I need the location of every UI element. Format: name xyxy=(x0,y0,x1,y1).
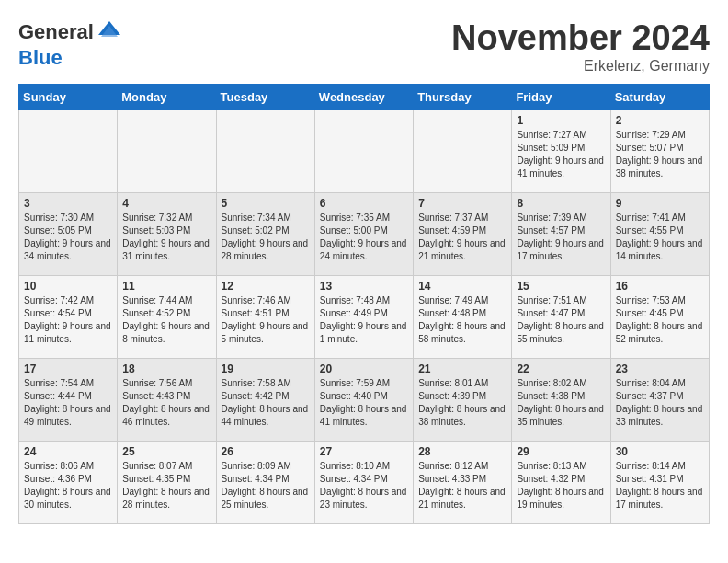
calendar-cell: 28Sunrise: 8:12 AM Sunset: 4:33 PM Dayli… xyxy=(414,442,512,524)
calendar-cell: 29Sunrise: 8:13 AM Sunset: 4:32 PM Dayli… xyxy=(512,442,610,524)
day-info: Sunrise: 7:42 AM Sunset: 4:54 PM Dayligh… xyxy=(24,294,112,346)
calendar-cell: 4Sunrise: 7:32 AM Sunset: 5:03 PM Daylig… xyxy=(118,193,216,276)
calendar-cell: 20Sunrise: 7:59 AM Sunset: 4:40 PM Dayli… xyxy=(314,359,413,442)
calendar-cell: 5Sunrise: 7:34 AM Sunset: 5:02 PM Daylig… xyxy=(216,193,314,276)
day-info: Sunrise: 8:10 AM Sunset: 4:34 PM Dayligh… xyxy=(320,460,408,511)
day-info: Sunrise: 7:27 AM Sunset: 5:09 PM Dayligh… xyxy=(517,129,605,180)
day-info: Sunrise: 8:04 AM Sunset: 4:37 PM Dayligh… xyxy=(616,377,704,429)
calendar-cell: 3Sunrise: 7:30 AM Sunset: 5:05 PM Daylig… xyxy=(19,193,118,276)
page-container: General Blue November 2024 Erkelenz, Ger… xyxy=(0,0,728,534)
col-saturday: Saturday xyxy=(610,85,709,110)
day-info: Sunrise: 7:41 AM Sunset: 4:55 PM Dayligh… xyxy=(616,212,704,263)
calendar-cell: 19Sunrise: 7:58 AM Sunset: 4:42 PM Dayli… xyxy=(216,359,314,442)
day-info: Sunrise: 7:35 AM Sunset: 5:00 PM Dayligh… xyxy=(320,212,408,263)
calendar-week-4: 17Sunrise: 7:54 AM Sunset: 4:44 PM Dayli… xyxy=(19,359,710,442)
day-info: Sunrise: 7:30 AM Sunset: 5:05 PM Dayligh… xyxy=(24,212,112,263)
day-info: Sunrise: 7:49 AM Sunset: 4:48 PM Dayligh… xyxy=(418,294,506,346)
day-info: Sunrise: 8:12 AM Sunset: 4:33 PM Dayligh… xyxy=(418,460,506,511)
calendar-cell: 30Sunrise: 8:14 AM Sunset: 4:31 PM Dayli… xyxy=(610,442,709,524)
day-number: 12 xyxy=(222,280,310,293)
day-info: Sunrise: 7:32 AM Sunset: 5:03 PM Dayligh… xyxy=(122,212,210,263)
day-info: Sunrise: 8:09 AM Sunset: 4:34 PM Dayligh… xyxy=(222,460,310,511)
day-info: Sunrise: 7:29 AM Sunset: 5:07 PM Dayligh… xyxy=(616,129,704,180)
day-number: 30 xyxy=(616,445,704,458)
day-number: 14 xyxy=(418,280,506,293)
day-info: Sunrise: 7:54 AM Sunset: 4:44 PM Dayligh… xyxy=(24,377,112,429)
col-friday: Friday xyxy=(512,85,610,110)
day-number: 26 xyxy=(222,445,310,458)
day-number: 18 xyxy=(122,362,210,375)
day-info: Sunrise: 8:06 AM Sunset: 4:36 PM Dayligh… xyxy=(24,460,112,511)
col-tuesday: Tuesday xyxy=(216,85,314,110)
day-number: 9 xyxy=(616,197,704,210)
day-info: Sunrise: 8:02 AM Sunset: 4:38 PM Dayligh… xyxy=(517,377,605,429)
col-thursday: Thursday xyxy=(414,85,512,110)
calendar-week-5: 24Sunrise: 8:06 AM Sunset: 4:36 PM Dayli… xyxy=(19,442,710,524)
day-info: Sunrise: 7:46 AM Sunset: 4:51 PM Dayligh… xyxy=(222,294,310,346)
calendar-cell: 7Sunrise: 7:37 AM Sunset: 4:59 PM Daylig… xyxy=(414,193,512,276)
day-info: Sunrise: 7:44 AM Sunset: 4:52 PM Dayligh… xyxy=(122,294,210,346)
day-number: 10 xyxy=(24,280,112,293)
calendar-cell: 11Sunrise: 7:44 AM Sunset: 4:52 PM Dayli… xyxy=(118,276,216,359)
day-number: 5 xyxy=(222,197,310,210)
calendar-cell: 9Sunrise: 7:41 AM Sunset: 4:55 PM Daylig… xyxy=(610,193,709,276)
calendar-week-1: 1Sunrise: 7:27 AM Sunset: 5:09 PM Daylig… xyxy=(19,110,710,193)
calendar-cell: 24Sunrise: 8:06 AM Sunset: 4:36 PM Dayli… xyxy=(19,442,118,524)
day-number: 23 xyxy=(616,362,704,375)
day-number: 7 xyxy=(418,197,506,210)
day-info: Sunrise: 8:13 AM Sunset: 4:32 PM Dayligh… xyxy=(517,460,605,511)
logo: General Blue xyxy=(18,18,123,70)
day-info: Sunrise: 7:56 AM Sunset: 4:43 PM Dayligh… xyxy=(122,377,210,429)
calendar-cell: 22Sunrise: 8:02 AM Sunset: 4:38 PM Dayli… xyxy=(512,359,610,442)
calendar-cell xyxy=(414,110,512,193)
day-info: Sunrise: 8:07 AM Sunset: 4:35 PM Dayligh… xyxy=(122,460,210,511)
day-info: Sunrise: 7:48 AM Sunset: 4:49 PM Dayligh… xyxy=(320,294,408,346)
day-number: 3 xyxy=(24,197,112,210)
col-wednesday: Wednesday xyxy=(314,85,413,110)
day-number: 27 xyxy=(320,445,408,458)
col-monday: Monday xyxy=(118,85,216,110)
day-number: 24 xyxy=(24,445,112,458)
calendar-table: Sunday Monday Tuesday Wednesday Thursday… xyxy=(18,84,710,524)
calendar-cell xyxy=(19,110,118,193)
day-number: 1 xyxy=(517,114,605,127)
calendar-cell: 26Sunrise: 8:09 AM Sunset: 4:34 PM Dayli… xyxy=(216,442,314,524)
calendar-cell: 14Sunrise: 7:49 AM Sunset: 4:48 PM Dayli… xyxy=(414,276,512,359)
header-row: Sunday Monday Tuesday Wednesday Thursday… xyxy=(19,85,710,110)
day-number: 17 xyxy=(24,362,112,375)
calendar-body: 1Sunrise: 7:27 AM Sunset: 5:09 PM Daylig… xyxy=(19,110,710,524)
logo-blue-text: Blue xyxy=(18,46,63,69)
calendar-cell: 13Sunrise: 7:48 AM Sunset: 4:49 PM Dayli… xyxy=(314,276,413,359)
day-info: Sunrise: 8:14 AM Sunset: 4:31 PM Dayligh… xyxy=(616,460,704,511)
day-number: 21 xyxy=(418,362,506,375)
calendar-cell: 17Sunrise: 7:54 AM Sunset: 4:44 PM Dayli… xyxy=(19,359,118,442)
day-number: 25 xyxy=(122,445,210,458)
day-number: 8 xyxy=(517,197,605,210)
day-info: Sunrise: 7:53 AM Sunset: 4:45 PM Dayligh… xyxy=(616,294,704,346)
day-number: 6 xyxy=(320,197,408,210)
day-number: 13 xyxy=(320,280,408,293)
day-number: 20 xyxy=(320,362,408,375)
calendar-cell: 25Sunrise: 8:07 AM Sunset: 4:35 PM Dayli… xyxy=(118,442,216,524)
day-info: Sunrise: 7:39 AM Sunset: 4:57 PM Dayligh… xyxy=(517,212,605,263)
calendar-cell: 27Sunrise: 8:10 AM Sunset: 4:34 PM Dayli… xyxy=(314,442,413,524)
calendar-cell: 2Sunrise: 7:29 AM Sunset: 5:07 PM Daylig… xyxy=(610,110,709,193)
calendar-week-3: 10Sunrise: 7:42 AM Sunset: 4:54 PM Dayli… xyxy=(19,276,710,359)
day-number: 19 xyxy=(222,362,310,375)
calendar-cell: 12Sunrise: 7:46 AM Sunset: 4:51 PM Dayli… xyxy=(216,276,314,359)
logo-general-text: General xyxy=(18,20,94,44)
calendar-cell xyxy=(118,110,216,193)
calendar-cell: 16Sunrise: 7:53 AM Sunset: 4:45 PM Dayli… xyxy=(610,276,709,359)
day-number: 22 xyxy=(517,362,605,375)
day-number: 2 xyxy=(616,114,704,127)
calendar-cell: 1Sunrise: 7:27 AM Sunset: 5:09 PM Daylig… xyxy=(512,110,610,193)
col-sunday: Sunday xyxy=(19,85,118,110)
day-number: 29 xyxy=(517,445,605,458)
calendar-cell: 23Sunrise: 8:04 AM Sunset: 4:37 PM Dayli… xyxy=(610,359,709,442)
page-header: General Blue November 2024 Erkelenz, Ger… xyxy=(18,18,710,75)
day-number: 28 xyxy=(418,445,506,458)
calendar-header: Sunday Monday Tuesday Wednesday Thursday… xyxy=(19,85,710,110)
day-info: Sunrise: 7:58 AM Sunset: 4:42 PM Dayligh… xyxy=(222,377,310,429)
day-number: 11 xyxy=(122,280,210,293)
calendar-cell: 18Sunrise: 7:56 AM Sunset: 4:43 PM Dayli… xyxy=(118,359,216,442)
